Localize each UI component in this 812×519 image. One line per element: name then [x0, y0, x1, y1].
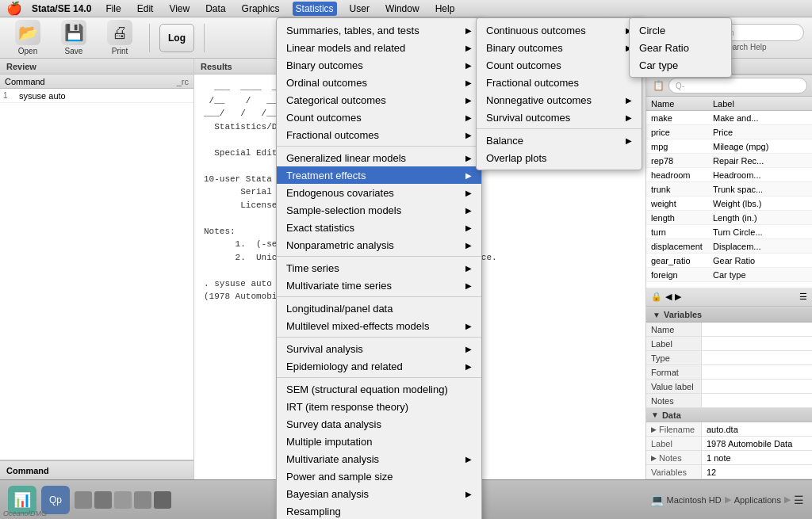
- menu-data[interactable]: Data: [202, 2, 228, 16]
- arrow-icon: ▶: [626, 96, 632, 105]
- menu-sem[interactable]: SEM (structural equation modeling): [277, 380, 481, 398]
- var-row-trunk[interactable]: trunk Trunk spac...: [646, 182, 812, 197]
- vars-toolbar-icon1[interactable]: 📋: [651, 78, 665, 93]
- arrow-icon: ▶: [465, 171, 472, 180]
- review-row-command: sysuse auto: [16, 91, 170, 101]
- log-button[interactable]: Log: [159, 24, 194, 52]
- var-table-header: Name Label: [646, 97, 812, 111]
- taskbar-small-icon-3[interactable]: [114, 491, 132, 509]
- taskbar-small-icon-1[interactable]: [75, 491, 92, 509]
- statistics-menu: Summaries, tables, and tests ▶ Linear mo…: [276, 17, 482, 519]
- menu-power[interactable]: Power and sample size: [277, 467, 481, 485]
- var-row-gear-ratio[interactable]: gear_ratio Gear Ratio: [646, 254, 812, 268]
- menu-categorical-outcomes[interactable]: Categorical outcomes ▶: [277, 91, 481, 109]
- props-data-label: Label 1978 Automobile Data: [646, 437, 812, 451]
- var-row-foreign[interactable]: foreign Car type: [646, 268, 812, 282]
- taskbar-applications[interactable]: Applications: [734, 495, 781, 505]
- menu-multiple-imputation[interactable]: Multiple imputation: [277, 433, 481, 450]
- taskbar-path: 💻 Macintosh HD ▶ Applications ▶ ☰: [650, 494, 804, 506]
- menu-statistics[interactable]: Statistics: [293, 2, 337, 16]
- menu-bayesian[interactable]: Bayesian analysis ▶: [277, 485, 481, 502]
- save-button[interactable]: 💾 Save: [54, 20, 94, 55]
- menu-sep-4: [277, 337, 481, 338]
- props-nav-left-icon[interactable]: ◀: [665, 292, 672, 302]
- taskbar-list-icon[interactable]: ☰: [794, 494, 804, 506]
- menu-view[interactable]: View: [166, 2, 193, 16]
- taskbar-small-icons: [75, 491, 171, 509]
- menu-te-binary-outcomes[interactable]: Binary outcomes ▶: [477, 39, 642, 56]
- menu-car-type[interactable]: Car type: [630, 56, 731, 74]
- var-row-make[interactable]: make Make and...: [646, 111, 812, 125]
- var-row-turn[interactable]: turn Turn Circle...: [646, 225, 812, 239]
- arrow-icon: ▶: [465, 206, 472, 215]
- review-row[interactable]: 1 sysuse auto: [0, 89, 193, 103]
- menu-sep-5: [277, 377, 481, 378]
- menu-longitudinal[interactable]: Longitudinal/panel data: [277, 300, 481, 317]
- print-icon: 🖨: [112, 24, 128, 42]
- menu-glm[interactable]: Generalized linear models ▶: [277, 149, 481, 166]
- menu-resampling[interactable]: Resampling: [277, 502, 481, 519]
- menu-multivariate[interactable]: Multivariate analysis ▶: [277, 450, 481, 467]
- menu-time-series[interactable]: Time series ▶: [277, 259, 481, 277]
- taskbar-icon-1-symbol: 📊: [13, 491, 31, 509]
- arrow-icon: ▶: [465, 26, 472, 35]
- menu-sample-selection[interactable]: Sample-selection models ▶: [277, 201, 481, 219]
- menu-ordinal-outcomes[interactable]: Ordinal outcomes ▶: [277, 74, 481, 91]
- var-row-price[interactable]: price Price: [646, 125, 812, 139]
- taskbar-macintosh-hd[interactable]: Macintosh HD: [667, 495, 722, 505]
- menu-nonparametric[interactable]: Nonparametric analysis ▶: [277, 236, 481, 254]
- menu-survival[interactable]: Survival analysis ▶: [277, 340, 481, 357]
- menu-fractional-outcomes[interactable]: Fractional outcomes ▶: [277, 126, 481, 143]
- taskbar-small-icon-2[interactable]: [94, 491, 112, 509]
- var-row-length[interactable]: length Length (in.): [646, 211, 812, 225]
- open-button[interactable]: 📂 Open: [8, 20, 48, 55]
- menu-te-count-outcomes[interactable]: Count outcomes: [477, 56, 642, 74]
- menu-te-fractional-outcomes[interactable]: Fractional outcomes: [477, 74, 642, 91]
- menu-nonnegative-outcomes[interactable]: Nonnegative outcomes ▶: [477, 91, 642, 109]
- arrow-icon: ▶: [465, 154, 472, 162]
- menu-linear-models[interactable]: Linear models and related ▶: [277, 39, 481, 56]
- props-toolbar: 🔒 ◀ ▶ ☰: [646, 288, 812, 307]
- menu-continuous-outcomes[interactable]: Continuous outcomes ▶: [477, 21, 642, 39]
- menu-binary-outcomes[interactable]: Binary outcomes ▶: [277, 56, 481, 74]
- menu-treatment-effects[interactable]: Treatment effects ▶: [277, 166, 481, 184]
- menu-graphics[interactable]: Graphics: [239, 2, 283, 16]
- var-row-headroom[interactable]: headroom Headroom...: [646, 168, 812, 182]
- menu-circle[interactable]: Circle: [630, 21, 731, 39]
- menu-multilevel[interactable]: Multilevel mixed-effects models ▶: [277, 317, 481, 334]
- menu-edit[interactable]: Edit: [134, 2, 157, 16]
- variables-toolbar: 📋 Q-: [646, 74, 812, 97]
- menu-sep-3: [277, 296, 481, 297]
- variables-table: Name Label make Make and... price Price …: [646, 97, 812, 288]
- menu-endogenous[interactable]: Endogenous covariates ▶: [277, 184, 481, 201]
- props-nav-right-icon[interactable]: ▶: [675, 292, 681, 302]
- var-row-weight[interactable]: weight Weight (lbs.): [646, 197, 812, 211]
- taskbar-small-icon-5[interactable]: [154, 491, 171, 509]
- menu-summaries[interactable]: Summaries, tables, and tests ▶: [277, 21, 481, 39]
- menu-irt[interactable]: IRT (item response theory): [277, 398, 481, 415]
- menu-window[interactable]: Window: [382, 2, 423, 16]
- menu-multivariate-time[interactable]: Multivariate time series ▶: [277, 277, 481, 294]
- menu-user[interactable]: User: [347, 2, 373, 16]
- var-row-displacement[interactable]: displacement Displacem...: [646, 239, 812, 254]
- menu-file[interactable]: File: [102, 2, 124, 16]
- vars-search[interactable]: Q-: [668, 78, 807, 93]
- menu-exact-stats[interactable]: Exact statistics ▶: [277, 219, 481, 236]
- menu-overlap-plots[interactable]: Overlap plots: [477, 149, 642, 166]
- arrow-icon: ▶: [465, 264, 472, 273]
- menu-balance[interactable]: Balance ▶: [477, 132, 642, 149]
- taskbar-small-icon-4[interactable]: [134, 491, 151, 509]
- var-row-mpg[interactable]: mpg Mileage (mpg): [646, 139, 812, 154]
- arrow-icon: ▶: [465, 78, 472, 87]
- var-row-rep78[interactable]: rep78 Repair Rec...: [646, 154, 812, 168]
- props-menu-icon[interactable]: ☰: [799, 292, 807, 302]
- print-button[interactable]: 🖨 Print: [100, 20, 140, 55]
- arrow-icon: ▶: [465, 241, 472, 250]
- menu-help[interactable]: Help: [432, 2, 458, 16]
- menu-survey[interactable]: Survey data analysis: [277, 415, 481, 433]
- apple-menu[interactable]: 🍎: [6, 1, 22, 16]
- menu-survival-outcomes[interactable]: Survival outcomes ▶: [477, 109, 642, 126]
- menu-gear-ratio[interactable]: Gear Ratio: [630, 39, 731, 56]
- menu-epidemiology[interactable]: Epidemiology and related ▶: [277, 357, 481, 375]
- menu-count-outcomes[interactable]: Count outcomes ▶: [277, 109, 481, 126]
